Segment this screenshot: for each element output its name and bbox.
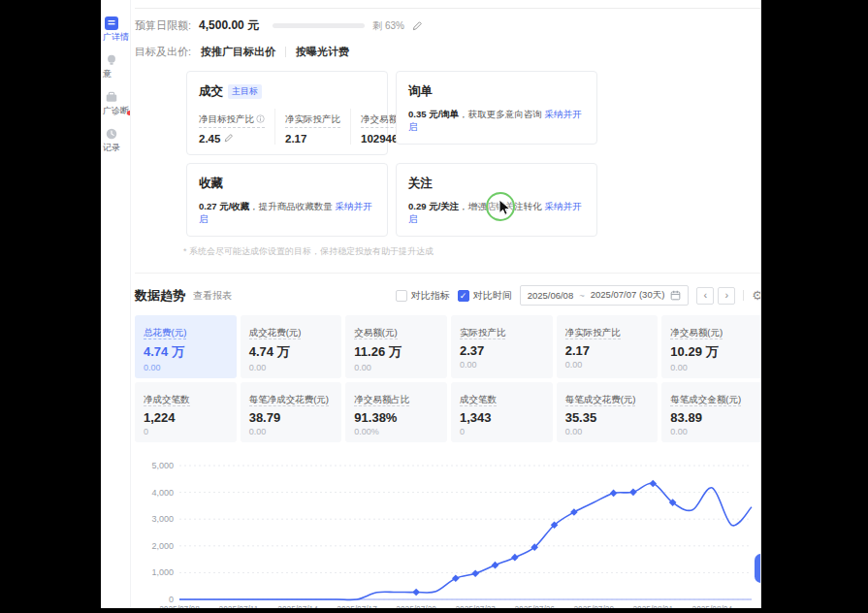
sidebar-item-label: 广诊断 xyxy=(103,105,129,117)
idea-icon xyxy=(104,52,118,67)
compare-metric-toggle[interactable]: 对比指标 xyxy=(396,289,450,303)
svg-text:2025/07/17: 2025/07/17 xyxy=(337,604,377,608)
date-end: 2025/07/07 (30天) xyxy=(591,289,665,302)
budget-progress-bar xyxy=(273,23,365,28)
metric-value: 4.74 万 xyxy=(249,343,334,361)
metric-compare-value: 0.00 xyxy=(249,427,334,436)
top-divider xyxy=(135,8,761,9)
trend-metric-card[interactable]: 每笔净成交花费(元) 38.79 0.00 xyxy=(241,382,342,442)
trend-metric-card[interactable]: 净交易额占比 91.38% 0.00% xyxy=(345,382,447,442)
budget-label: 预算日限额: xyxy=(135,18,191,33)
sidebar-item-diagnosis[interactable]: 广诊断 xyxy=(103,89,129,117)
trend-metric-card[interactable]: 实际投产比 2.37 0.00 xyxy=(451,315,553,378)
svg-text:2025/07/08: 2025/07/08 xyxy=(159,604,200,608)
trend-metric-card[interactable]: 净成交笔数 1,224 0 xyxy=(135,382,237,442)
compare-time-checkbox[interactable]: ✓ xyxy=(458,290,469,302)
compare-metric-label: 对比指标 xyxy=(411,289,450,303)
inquiry-price: 0.35 元/询单 xyxy=(408,109,459,119)
goal-cards: 成交主目标 净目标投产比 2.45 净实际投产比 2.17 xyxy=(186,71,761,237)
sidebar-item-label: 广详情 xyxy=(103,31,129,44)
svg-text:2025/07/14: 2025/07/14 xyxy=(277,604,318,608)
metric-compare-value: 0.00 xyxy=(354,363,438,372)
metric-label: 每笔成交花费(元) xyxy=(565,394,636,406)
sidebar-item-history[interactable]: 记录 xyxy=(103,126,120,154)
edit-bid-button[interactable] xyxy=(224,133,234,145)
goal-card-favorite[interactable]: 收藏 0.27 元/收藏，提升商品收藏数量 采纳并开启 xyxy=(186,163,388,237)
metric-compare-value: 0.00 xyxy=(670,427,755,436)
metric-compare-value: 0.00 xyxy=(565,360,650,370)
trend-controls: 对比指标 ✓对比时间 2025/06/08 ~ 2025/07/07 (30天)… xyxy=(396,285,761,306)
goal-card-title: 成交 xyxy=(199,83,223,100)
settings-gear-icon[interactable]: ⚙ xyxy=(752,288,761,303)
metric-label: 净交易额(元) xyxy=(670,327,723,339)
trend-metric-card[interactable]: 每笔成交金额(元) 83.89 0.00 xyxy=(661,382,761,442)
metric-compare-value: 0.00 xyxy=(670,363,755,372)
view-report-link[interactable]: 查看报表 xyxy=(193,289,232,303)
goal-bid-label: 目标及出价: xyxy=(135,45,191,59)
metric-value: 2.17 xyxy=(285,133,306,145)
goal-card-title: 询单 xyxy=(408,83,433,100)
calendar-icon xyxy=(670,290,681,301)
metric-value: 91.38% xyxy=(354,410,438,425)
metric-value: 1,224 xyxy=(144,410,228,425)
goal-card-title: 关注 xyxy=(408,176,433,192)
compare-metric-checkbox[interactable] xyxy=(396,290,407,302)
trend-metric-grid: 总花费(元) 4.74 万 0.00 成交花费(元) 4.74 万 0.00 交… xyxy=(135,315,761,442)
date-range-picker[interactable]: 2025/06/08 ~ 2025/07/07 (30天) xyxy=(520,285,690,306)
svg-text:2025/07/20: 2025/07/20 xyxy=(396,604,436,608)
metric-value: 35.35 xyxy=(565,410,650,425)
trend-metric-card[interactable]: 总花费(元) 4.74 万 0.00 xyxy=(135,315,237,378)
goal-bid-row: 目标及出价: 按推广目标出价 按曝光计费 xyxy=(135,45,761,59)
svg-text:0: 0 xyxy=(169,595,174,604)
trend-metric-card[interactable]: 交易额(元) 11.26 万 0.00 xyxy=(345,315,447,378)
svg-text:2,000: 2,000 xyxy=(151,541,174,551)
svg-text:2025/07/11: 2025/07/11 xyxy=(219,604,259,608)
compare-time-toggle[interactable]: ✓对比时间 xyxy=(458,289,512,303)
metric-label: 净成交笔数 xyxy=(144,394,190,406)
metric-label: 实际投产比 xyxy=(460,327,506,339)
main-content: 预算日限额: 4,500.00 元 剩 63% 目标及出价: 按推广目标出价 按… xyxy=(131,0,761,608)
trend-metric-card[interactable]: 成交花费(元) 4.74 万 0.00 xyxy=(241,315,342,378)
bid-by-goal-tab[interactable]: 按推广目标出价 xyxy=(201,45,275,59)
deal-metric: 净目标投产比 2.45 xyxy=(199,109,274,145)
trend-chart: 01,0002,0003,0004,0005,0002025/07/082025… xyxy=(135,456,761,608)
metric-compare-value: 0.00 xyxy=(249,363,334,372)
metric-label: 成交花费(元) xyxy=(249,327,302,339)
trend-metric-card[interactable]: 每笔成交花费(元) 35.35 0.00 xyxy=(557,382,659,442)
bid-by-impression-tab[interactable]: 按曝光计费 xyxy=(296,45,349,59)
edit-budget-button[interactable] xyxy=(412,20,423,31)
metric-compare-value: 0.00 xyxy=(144,363,228,372)
floating-side-button[interactable] xyxy=(755,554,761,583)
trend-metric-card[interactable]: 成交笔数 1,343 0 xyxy=(451,382,553,442)
svg-text:2025/07/23: 2025/07/23 xyxy=(455,604,496,608)
campaign-detail-icon xyxy=(104,16,118,30)
sidebar-item-idea[interactable]: 意 xyxy=(103,52,118,81)
info-icon[interactable] xyxy=(256,114,265,125)
metric-compare-value: 0.00 xyxy=(565,427,650,436)
metric-value: 10.29 万 xyxy=(670,343,755,361)
metric-value: 1,343 xyxy=(460,410,544,425)
date-start: 2025/06/08 xyxy=(528,290,574,301)
sidebar-item-campaign-detail[interactable]: 广详情 xyxy=(103,16,129,44)
sidebar-item-label: 记录 xyxy=(103,142,120,154)
next-period-button[interactable]: › xyxy=(718,287,735,305)
metric-compare-value: 0 xyxy=(460,427,544,436)
metric-label: 每笔成交金额(元) xyxy=(670,394,741,406)
line-chart: 01,0002,0003,0004,0005,0002025/07/082025… xyxy=(135,456,761,608)
metric-label: 净目标投产比 xyxy=(199,113,254,126)
primary-goal-badge: 主目标 xyxy=(228,84,262,99)
budget-row: 预算日限额: 4,500.00 元 剩 63% xyxy=(135,17,761,34)
date-pager: ‹ › xyxy=(696,287,735,305)
prev-period-button[interactable]: ‹ xyxy=(696,287,714,305)
svg-text:2025/08/04: 2025/08/04 xyxy=(692,604,733,608)
favorite-desc: ，提升商品收藏数量 xyxy=(249,201,335,211)
divider xyxy=(743,290,744,301)
metric-label: 交易额(元) xyxy=(354,327,397,339)
trend-metric-card[interactable]: 净实际投产比 2.17 0.00 xyxy=(557,315,659,378)
goal-card-deal[interactable]: 成交主目标 净目标投产比 2.45 净实际投产比 2.17 xyxy=(186,71,388,155)
trend-title: 数据趋势 xyxy=(135,287,185,305)
metric-label: 总花费(元) xyxy=(144,327,186,339)
trend-metric-card[interactable]: 净交易额(元) 10.29 万 0.00 xyxy=(661,315,761,378)
goal-card-inquiry[interactable]: 询单 0.35 元/询单，获取更多意向咨询 采纳并开启 xyxy=(396,71,597,145)
metric-value: 4.74 万 xyxy=(144,343,228,361)
